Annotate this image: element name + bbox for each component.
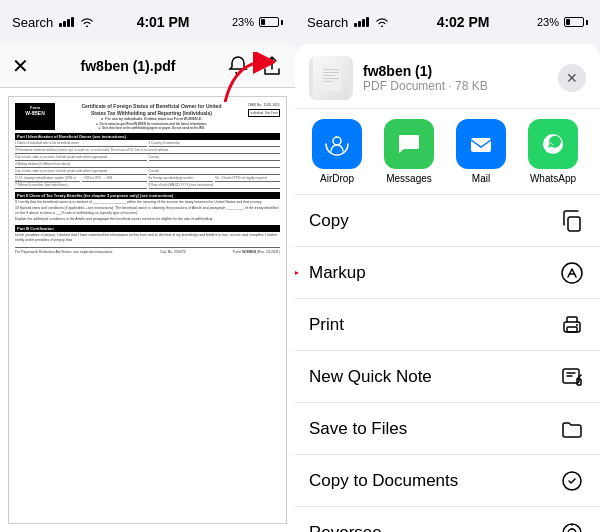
svg-point-13 bbox=[576, 324, 578, 326]
search-label-right: Search bbox=[307, 15, 348, 30]
search-label: Search bbox=[12, 15, 53, 30]
svg-point-6 bbox=[333, 137, 341, 145]
battery-pct-right: 23% bbox=[537, 16, 559, 28]
print-icon bbox=[558, 311, 586, 339]
svg-rect-4 bbox=[323, 78, 339, 79]
action-save-to-files[interactable]: Save to Files bbox=[295, 403, 600, 455]
action-copy[interactable]: Copy bbox=[295, 195, 600, 247]
wifi-icon-right bbox=[375, 17, 389, 27]
share-app-airdrop[interactable]: AirDrop bbox=[309, 119, 365, 184]
share-file-info: fw8ben (1) PDF Document · 78 KB bbox=[363, 63, 548, 93]
action-copy-docs-label: Copy to Documents bbox=[309, 471, 458, 491]
svg-rect-3 bbox=[323, 75, 335, 76]
time-right: 4:02 PM bbox=[437, 14, 490, 30]
status-bar-right: Search 4:02 PM 23% bbox=[295, 0, 600, 44]
mail-icon bbox=[456, 119, 506, 169]
pdf-content: Form W-8BEN Certificate of Foreign Statu… bbox=[0, 88, 295, 532]
arrow-share-indicator bbox=[215, 52, 275, 116]
share-thumb-preview bbox=[313, 56, 349, 100]
status-bar-left: Search 4:01 PM 23% bbox=[0, 0, 295, 44]
share-app-whatsapp[interactable]: WhatsApp bbox=[525, 119, 581, 184]
airdrop-icon bbox=[312, 119, 362, 169]
svg-rect-7 bbox=[471, 138, 491, 152]
svg-rect-5 bbox=[323, 81, 333, 82]
actions-list: Copy Markup bbox=[295, 195, 600, 532]
svg-rect-1 bbox=[323, 69, 339, 70]
airdrop-label: AirDrop bbox=[320, 173, 354, 184]
action-new-quick-note[interactable]: New Quick Note bbox=[295, 351, 600, 403]
mail-label: Mail bbox=[472, 173, 490, 184]
svg-point-10 bbox=[562, 263, 582, 283]
signal-icon bbox=[59, 17, 74, 27]
action-quick-note-label: New Quick Note bbox=[309, 367, 432, 387]
battery-pct-left: 23% bbox=[232, 16, 254, 28]
markup-icon bbox=[558, 259, 586, 287]
save-files-icon bbox=[558, 415, 586, 443]
pdf-title: fw8ben (1).pdf bbox=[29, 58, 227, 74]
signal-icon-right bbox=[354, 17, 369, 27]
share-sheet-header: fw8ben (1) PDF Document · 78 KB ✕ bbox=[295, 44, 600, 109]
right-panel: Search 4:02 PM 23% bbox=[295, 0, 600, 532]
battery-icon-right bbox=[564, 17, 588, 27]
close-icon: ✕ bbox=[566, 70, 578, 86]
status-right-left: 23% bbox=[232, 16, 283, 28]
copy-icon bbox=[558, 207, 586, 235]
status-right-right-group: 23% bbox=[537, 16, 588, 28]
action-print[interactable]: Print bbox=[295, 299, 600, 351]
action-print-label: Print bbox=[309, 315, 344, 335]
messages-label: Messages bbox=[386, 173, 432, 184]
copy-docs-icon bbox=[558, 467, 586, 495]
time-left: 4:01 PM bbox=[137, 14, 190, 30]
svg-rect-9 bbox=[568, 217, 580, 231]
share-app-messages[interactable]: Messages bbox=[381, 119, 437, 184]
action-reversee[interactable]: Reversee bbox=[295, 507, 600, 532]
reversee-icon bbox=[558, 519, 586, 533]
close-button-left[interactable]: ✕ bbox=[12, 54, 29, 78]
pdf-page: Form W-8BEN Certificate of Foreign Statu… bbox=[8, 96, 287, 524]
share-filename: fw8ben (1) bbox=[363, 63, 548, 79]
wifi-icon bbox=[80, 17, 94, 27]
action-save-files-label: Save to Files bbox=[309, 419, 407, 439]
action-copy-label: Copy bbox=[309, 211, 349, 231]
action-reversee-label: Reversee bbox=[309, 523, 382, 533]
share-filemeta: PDF Document · 78 KB bbox=[363, 79, 548, 93]
status-right-left-group: Search bbox=[307, 15, 389, 30]
quick-note-icon bbox=[558, 363, 586, 391]
svg-rect-12 bbox=[567, 327, 577, 332]
whatsapp-icon bbox=[528, 119, 578, 169]
share-app-mail[interactable]: Mail bbox=[453, 119, 509, 184]
messages-icon bbox=[384, 119, 434, 169]
markup-arrow-indicator bbox=[295, 253, 305, 293]
battery-icon-left bbox=[259, 17, 283, 27]
share-close-button[interactable]: ✕ bbox=[558, 64, 586, 92]
status-left-group: Search bbox=[12, 15, 94, 30]
share-thumb bbox=[309, 56, 353, 100]
action-markup[interactable]: Markup bbox=[295, 247, 600, 299]
action-markup-label: Markup bbox=[309, 263, 366, 283]
left-panel: Search 4:01 PM 23% ✕ fw8ben bbox=[0, 0, 295, 532]
share-apps-row: AirDrop Messages Mail bbox=[295, 109, 600, 195]
svg-rect-2 bbox=[323, 72, 339, 73]
whatsapp-label: WhatsApp bbox=[530, 173, 576, 184]
action-copy-to-documents[interactable]: Copy to Documents bbox=[295, 455, 600, 507]
